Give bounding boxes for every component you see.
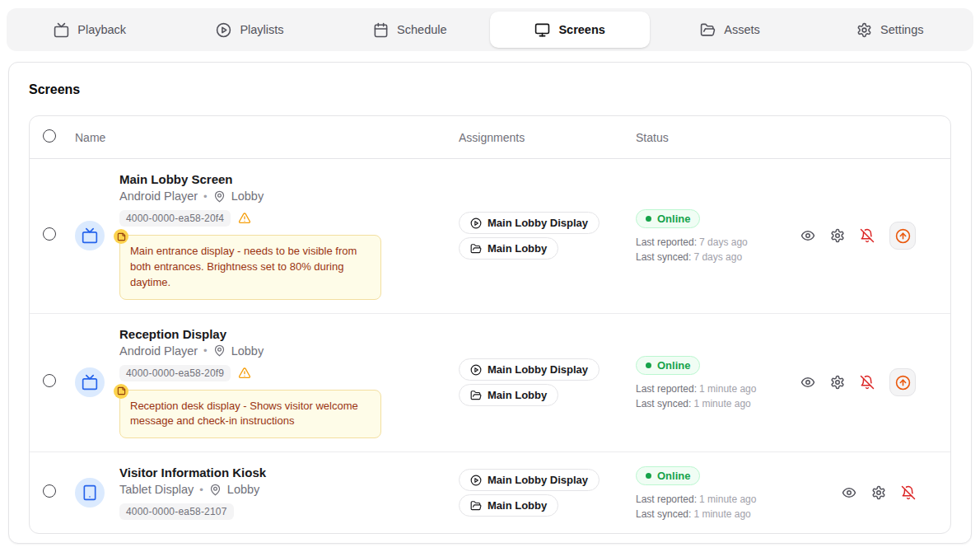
tab-label: Settings <box>880 23 923 36</box>
preview-button[interactable] <box>842 485 856 500</box>
assignment-group-button[interactable]: Main Lobby <box>459 494 558 517</box>
note-text: Main entrance display - needs to be visi… <box>130 245 357 288</box>
notifications-off-button[interactable] <box>901 485 916 500</box>
warning-triangle-icon <box>238 212 251 225</box>
preview-button[interactable] <box>800 228 815 243</box>
assignment-label: Main Lobby Display <box>488 217 588 229</box>
page-title: Screens <box>29 82 951 97</box>
preview-button[interactable] <box>800 375 815 390</box>
online-dot <box>646 216 651 222</box>
tab-playback[interactable]: Playback <box>10 12 170 48</box>
notifications-off-button[interactable] <box>860 375 875 390</box>
online-dot <box>646 473 651 479</box>
screen-subtitle: Android Player • Lobby <box>119 344 381 358</box>
screen-name: Main Lobby Screen <box>119 172 381 186</box>
assignment-playlist-button[interactable]: Main Lobby Display <box>459 358 600 381</box>
gear-icon <box>830 375 845 390</box>
last-synced-value: 1 minute ago <box>693 398 750 409</box>
circle-arrow-up-icon <box>895 375 911 391</box>
status-badge: Online <box>636 466 700 485</box>
last-reported-value: 7 days ago <box>699 236 748 248</box>
select-all-checkbox[interactable] <box>43 129 56 143</box>
tab-label: Playback <box>77 23 126 36</box>
tab-label: Schedule <box>397 23 446 36</box>
assignment-group-button[interactable]: Main Lobby <box>459 237 558 260</box>
gear-icon <box>830 228 845 243</box>
last-reported-line: Last reported:7 days ago <box>636 236 800 248</box>
folder-icon <box>470 390 482 401</box>
bell-off-icon <box>860 375 875 390</box>
separator-dot: • <box>203 190 208 203</box>
screen-info: Visitor Information Kiosk Tablet Display… <box>119 465 266 520</box>
location-pin-icon <box>213 344 226 357</box>
tab-screens[interactable]: Screens <box>490 12 650 48</box>
screen-settings-button[interactable] <box>830 228 845 243</box>
screen-subtitle: Android Player • Lobby <box>119 189 381 203</box>
row-checkbox[interactable] <box>43 484 56 498</box>
assignment-label: Main Lobby Display <box>488 474 588 486</box>
push-update-button[interactable] <box>889 222 916 250</box>
player-type: Tablet Display <box>119 483 194 496</box>
monitor-icon <box>534 22 550 38</box>
device-id-badge: 4000-0000-ea58-2107 <box>119 503 234 520</box>
table-body: Main Lobby Screen Android Player • Lobby… <box>30 159 950 533</box>
table-row: Main Lobby Screen Android Player • Lobby… <box>30 159 950 314</box>
separator-dot: • <box>203 344 208 357</box>
last-reported-line: Last reported:1 minute ago <box>636 383 800 395</box>
last-reported-value: 1 minute ago <box>699 383 756 395</box>
location-label: Lobby <box>231 189 264 203</box>
sticky-note-icon <box>117 232 126 241</box>
device-id-row: 4000-0000-ea58-20f9 <box>119 365 381 381</box>
tab-playlists[interactable]: Playlists <box>170 12 329 48</box>
table-row: Reception Display Android Player • Lobby… <box>30 314 950 453</box>
tab-label: Playlists <box>240 23 283 36</box>
assignment-group-button[interactable]: Main Lobby <box>459 384 558 406</box>
screen-info: Reception Display Android Player • Lobby… <box>119 327 381 439</box>
table-header-row: Name Assignments Status <box>30 116 950 159</box>
assignment-label: Main Lobby <box>488 389 547 401</box>
eye-icon <box>800 375 815 390</box>
assignment-playlist-button[interactable]: Main Lobby Display <box>459 469 600 491</box>
sticky-note-icon <box>117 386 126 395</box>
device-avatar <box>75 367 105 397</box>
folder-icon <box>700 22 716 38</box>
calendar-icon <box>373 22 389 38</box>
screen-note: Reception desk display - Shows visitor w… <box>119 390 381 439</box>
tab-label: Assets <box>724 23 760 36</box>
status-label: Online <box>657 213 690 225</box>
online-dot <box>646 363 651 368</box>
folder-icon <box>470 500 482 512</box>
assignment-playlist-button[interactable]: Main Lobby Display <box>459 212 600 234</box>
play-circle-icon <box>216 22 231 38</box>
last-synced-value: 1 minute ago <box>693 508 750 520</box>
last-synced-line: Last synced:1 minute ago <box>636 508 800 520</box>
status-label: Online <box>657 359 690 372</box>
push-update-button[interactable] <box>889 368 916 396</box>
tab-settings[interactable]: Settings <box>810 12 970 48</box>
play-circle-icon <box>470 218 482 229</box>
screen-name: Visitor Information Kiosk <box>119 465 266 479</box>
notifications-off-button[interactable] <box>860 228 875 243</box>
location-pin-icon <box>213 190 226 203</box>
tab-assets[interactable]: Assets <box>650 12 810 48</box>
location-label: Lobby <box>231 344 264 358</box>
note-badge <box>114 229 128 244</box>
top-navigation: Playback Playlists Schedule Screens Asse… <box>7 8 973 51</box>
screen-settings-button[interactable] <box>830 375 845 390</box>
status-badge: Online <box>636 356 700 375</box>
screen-settings-button[interactable] <box>871 485 886 500</box>
row-checkbox[interactable] <box>43 374 56 387</box>
device-id-badge: 4000-0000-ea58-20f4 <box>119 210 231 227</box>
screen-info: Main Lobby Screen Android Player • Lobby… <box>119 172 381 300</box>
row-checkbox[interactable] <box>43 227 56 241</box>
device-avatar <box>75 478 105 508</box>
status-cell: Online Last reported:1 minute ago Last s… <box>636 466 800 520</box>
tab-schedule[interactable]: Schedule <box>330 12 490 48</box>
actions-cell <box>800 222 950 250</box>
screen-name: Reception Display <box>119 327 381 341</box>
assignment-label: Main Lobby <box>488 242 547 255</box>
device-id-row: 4000-0000-ea58-20f4 <box>119 210 381 227</box>
column-header-status: Status <box>636 131 669 144</box>
assignments-cell: Main Lobby Display Main Lobby <box>459 355 636 409</box>
actions-cell <box>800 368 950 396</box>
